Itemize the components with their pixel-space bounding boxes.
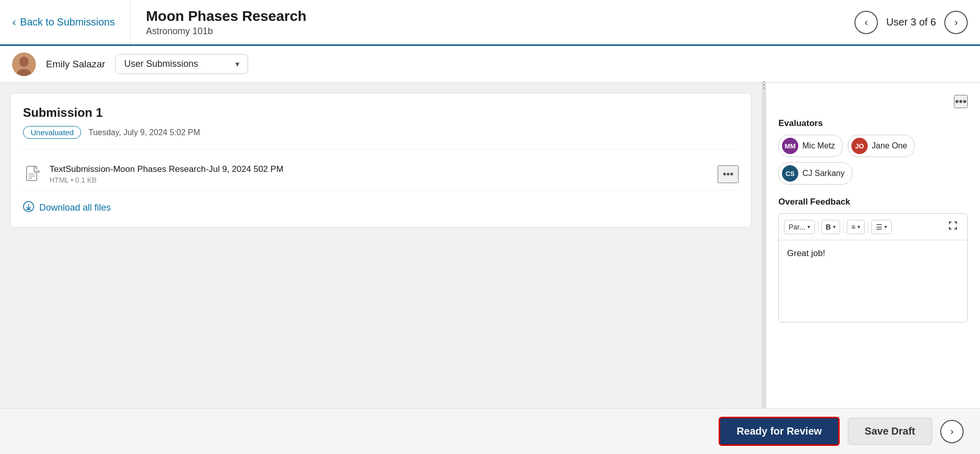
file-icon: [23, 164, 43, 184]
evaluator-name-jo: Jane One: [872, 141, 907, 150]
feedback-content-area[interactable]: Great job!: [779, 240, 967, 322]
align-button[interactable]: ≡ ▾: [847, 220, 865, 234]
evaluators-section: Evaluators MM Mic Metz JO Jane One CS CJ…: [778, 118, 968, 185]
header-nav: ‹ User 3 of 6 ›: [854, 11, 968, 34]
toolbar-divider-2: [843, 221, 844, 233]
overall-feedback-section: Overall Feedback Par... ▾ B ▾ ≡ ▾: [778, 197, 968, 442]
evaluator-avatar-cs: CS: [782, 165, 798, 182]
file-item: TextSubmission-Moon Phases Research-Jul …: [23, 158, 739, 191]
user-counter: User 3 of 6: [886, 16, 936, 28]
evaluator-name-cs: CJ Sarkany: [802, 169, 845, 178]
file-menu-button[interactable]: •••: [718, 165, 739, 183]
file-info: TextSubmission-Moon Phases Research-Jul …: [50, 164, 718, 184]
download-icon: [23, 201, 34, 215]
back-arrow-icon: ‹: [12, 16, 16, 29]
editor-toolbar: Par... ▾ B ▾ ≡ ▾ ☰: [779, 214, 967, 240]
right-panel: ••• Evaluators MM Mic Metz JO Jane One C…: [766, 83, 980, 454]
toolbar-divider-3: [868, 221, 868, 233]
bold-chevron-icon: ▾: [833, 224, 836, 230]
dropdown-label: User Submissions: [124, 59, 198, 69]
submission-date: Tuesday, July 9, 2024 5:02 PM: [88, 128, 200, 137]
status-badge: Unevaluated: [23, 126, 81, 139]
list-icon: ☰: [876, 223, 883, 231]
submission-card: Submission 1 Unevaluated Tuesday, July 9…: [10, 93, 751, 228]
paragraph-format-label: Par...: [789, 223, 805, 231]
next-bottom-button[interactable]: ›: [940, 420, 964, 443]
evaluators-list: MM Mic Metz JO Jane One CS CJ Sarkany: [778, 135, 968, 185]
feedback-editor: Par... ▾ B ▾ ≡ ▾ ☰: [778, 213, 968, 322]
svg-point-1: [19, 57, 29, 67]
bold-icon: B: [826, 223, 831, 231]
file-divider: [23, 149, 739, 149]
chevron-down-icon: ▾: [235, 59, 239, 69]
divider-handle: [762, 74, 766, 95]
right-panel-menu-button[interactable]: •••: [954, 95, 968, 108]
align-icon: ≡: [851, 223, 855, 231]
paragraph-chevron-icon: ▾: [807, 224, 810, 230]
right-panel-header: •••: [778, 95, 968, 108]
main-content: Submission 1 Unevaluated Tuesday, July 9…: [0, 83, 980, 454]
back-to-submissions-link[interactable]: ‹ Back to Submissions: [12, 0, 131, 44]
avatar-face: [12, 53, 36, 76]
header-title-block: Moon Phases Research Astronomy 101b: [131, 8, 854, 37]
bold-button[interactable]: B ▾: [821, 220, 840, 234]
evaluator-chip-cs[interactable]: CS CJ Sarkany: [778, 162, 852, 185]
bottom-bar: Ready for Review Save Draft ›: [0, 408, 980, 454]
prev-user-button[interactable]: ‹: [854, 11, 878, 34]
download-all-files-label: Download all files: [39, 203, 111, 213]
next-user-button[interactable]: ›: [944, 11, 968, 34]
toolbar-divider-1: [818, 221, 818, 233]
paragraph-format-button[interactable]: Par... ▾: [784, 220, 815, 234]
avatar: [12, 53, 36, 76]
header: ‹ Back to Submissions Moon Phases Resear…: [0, 0, 980, 46]
evaluator-chip-jo[interactable]: JO Jane One: [848, 135, 915, 157]
back-to-submissions-label: Back to Submissions: [20, 16, 115, 28]
list-chevron-icon: ▾: [885, 224, 887, 230]
evaluator-chip-mm[interactable]: MM Mic Metz: [778, 135, 843, 157]
save-draft-button[interactable]: Save Draft: [848, 418, 932, 445]
evaluator-avatar-mm: MM: [782, 138, 798, 154]
submission-meta: Unevaluated Tuesday, July 9, 2024 5:02 P…: [23, 126, 739, 139]
ready-for-review-button[interactable]: Ready for Review: [719, 417, 840, 446]
page-title: Moon Phases Research: [146, 8, 854, 25]
submissions-dropdown[interactable]: User Submissions ▾: [115, 54, 248, 74]
file-name: TextSubmission-Moon Phases Research-Jul …: [50, 164, 718, 174]
file-meta: HTML • 0.1 KB: [50, 176, 718, 184]
list-button[interactable]: ☰ ▾: [871, 220, 892, 234]
panel-divider: [762, 83, 766, 454]
expand-editor-button[interactable]: [944, 218, 962, 236]
left-panel: Submission 1 Unevaluated Tuesday, July 9…: [0, 83, 762, 454]
submission-title: Submission 1: [23, 106, 739, 120]
align-chevron-icon: ▾: [857, 224, 860, 230]
evaluator-avatar-jo: JO: [851, 138, 868, 154]
download-all-files-link[interactable]: Download all files: [23, 201, 739, 215]
page-subtitle: Astronomy 101b: [146, 26, 854, 37]
sub-header: Emily Salazar User Submissions ▾: [0, 46, 980, 83]
evaluators-label: Evaluators: [778, 118, 968, 129]
evaluator-name-mm: Mic Metz: [802, 141, 835, 150]
overall-feedback-label: Overall Feedback: [778, 197, 968, 207]
user-name-label: Emily Salazar: [46, 59, 105, 70]
